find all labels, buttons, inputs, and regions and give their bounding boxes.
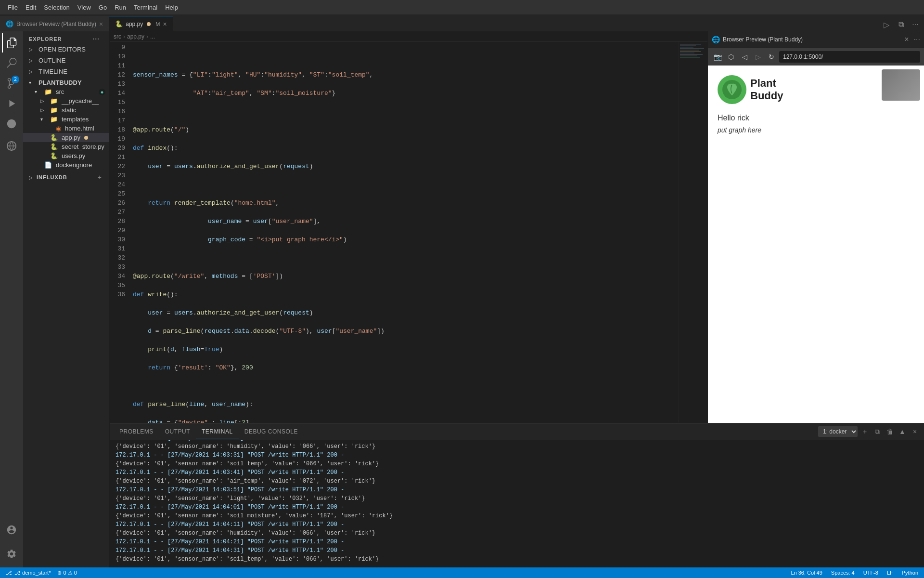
terminal-dropdown[interactable]: 1: docker [818, 426, 858, 437]
encoding-status[interactable]: UTF-8 [861, 570, 880, 576]
section-timeline: ▷ TIMELINE [23, 67, 109, 76]
terminal-line: {'device': '01', 'sensor_name': 'humidit… [116, 442, 918, 451]
influxdb-arrow: ▷ [29, 175, 37, 180]
static-icon: 📁 [50, 106, 58, 114]
spaces-status[interactable]: Spaces: 4 [829, 570, 857, 576]
menu-edit[interactable]: Edit [22, 2, 40, 13]
sidebar-home-html[interactable]: ▷ ◉ home.html [23, 124, 109, 133]
sidebar-templates[interactable]: ▾ 📁 templates [23, 115, 109, 124]
nav-refresh[interactable]: ↻ [766, 51, 777, 63]
sidebar-plantbuddy[interactable]: ▾ PLANTBUDDY [23, 78, 109, 87]
breadcrumb-src[interactable]: src [114, 33, 121, 40]
activity-extensions[interactable] [2, 114, 21, 133]
tab-problems[interactable]: PROBLEMS [114, 425, 159, 438]
errors-status[interactable]: ⊗ 0 ⚠ 0 [55, 570, 78, 576]
open-editors-arrow: ▷ [29, 47, 37, 52]
tab-browser-preview-close[interactable]: × [99, 20, 103, 28]
sidebar-dockerignore[interactable]: ▷ 📄 dockerignore [23, 160, 109, 170]
language-status[interactable]: Python [900, 570, 920, 576]
app-py-icon: 🐍 [115, 20, 123, 27]
menu-run[interactable]: Run [111, 2, 130, 13]
sidebar-src-folder[interactable]: ▾ 📁 src ● [23, 87, 109, 96]
menu-go[interactable]: Go [95, 2, 111, 13]
split-editor-button[interactable]: ⧉ [894, 18, 908, 31]
menu-terminal[interactable]: Terminal [130, 2, 161, 13]
sidebar-timeline[interactable]: ▷ TIMELINE [23, 67, 109, 76]
status-left: ⎇ ⎇ demo_start* ⊗ 0 ⚠ 0 [4, 570, 79, 576]
sidebar-users-py[interactable]: ▷ 🐍 users.py [23, 151, 109, 160]
code-content[interactable]: sensor_names = {"LI":"light", "HU":"humi… [129, 42, 679, 423]
static-arrow: ▷ [40, 107, 48, 113]
sidebar-pycache[interactable]: ▷ 📁 __pycache__ [23, 96, 109, 105]
git-icon: ⎇ [6, 570, 12, 576]
terminal-split-button[interactable]: ⧉ [872, 426, 883, 437]
sidebar-title: EXPLORER ··· [23, 31, 109, 45]
activity-account[interactable] [2, 520, 21, 539]
line-numbers: 9 10 11 12 13 14 15 16 17 18 19 20 21 22 [110, 42, 129, 423]
tab-terminal[interactable]: TERMINAL [196, 425, 239, 438]
browser-panel-more[interactable]: ··· [914, 35, 920, 44]
code-editor[interactable]: 9 10 11 12 13 14 15 16 17 18 19 20 21 22 [110, 42, 707, 423]
tab-app-py-close[interactable]: × [163, 20, 167, 28]
git-branch-status[interactable]: ⎇ ⎇ demo_start* [4, 570, 52, 576]
tab-output[interactable]: OUTPUT [159, 425, 196, 438]
run-button[interactable]: ▷ [880, 18, 893, 31]
tab-browser-preview[interactable]: 🌐 Browser Preview (Plant Buddy) × [0, 16, 109, 31]
docker-file-icon: 📄 [44, 161, 52, 169]
users-file-icon: 🐍 [50, 152, 58, 159]
terminal-close-button[interactable]: × [910, 426, 920, 437]
tab-debug-console[interactable]: DEBUG CONSOLE [239, 425, 304, 438]
browser-panel-close[interactable]: × [904, 35, 909, 44]
plant-buddy-name: Plant Buddy [750, 77, 783, 103]
sidebar-static[interactable]: ▷ 📁 static [23, 105, 109, 115]
encoding-text: UTF-8 [863, 570, 878, 576]
menu-selection[interactable]: Selection [40, 2, 73, 13]
menu-view[interactable]: View [74, 2, 95, 13]
cursor-position-status[interactable]: Ln 36, Col 49 [789, 570, 824, 576]
nav-forward[interactable]: ▷ [752, 51, 764, 63]
activity-run-debug[interactable] [2, 94, 21, 113]
activity-remote[interactable] [2, 136, 21, 156]
menu-file[interactable]: File [4, 2, 22, 13]
browser-nav-bar: 📷 ⬡ ◁ ▷ ↻ 127.0.0.1:5000/ [708, 48, 924, 66]
terminal-add-button[interactable]: + [860, 426, 870, 437]
main-area: 2 EXPLORER ··· ▷ OPEN EDITORS [0, 31, 924, 567]
activity-search[interactable] [2, 53, 21, 73]
sidebar-app-py[interactable]: ▷ 🐍 app.py [23, 133, 109, 142]
sidebar-secret-store[interactable]: ▷ 🐍 secret_store.py [23, 142, 109, 151]
status-bar: ⎇ ⎇ demo_start* ⊗ 0 ⚠ 0 Ln 36, Col 49 Sp… [0, 567, 924, 578]
tab-app-py[interactable]: 🐍 app.py M × [109, 16, 172, 31]
terminal-line: {'device': '01', 'sensor_name': 'humidit… [116, 529, 918, 538]
breadcrumb-file[interactable]: app.py [127, 33, 144, 40]
tab-modified-indicator [147, 22, 151, 26]
more-actions-button[interactable]: ··· [909, 18, 922, 31]
terminal-line: {'device': '01', 'sensor_name': 'soil_te… [116, 555, 918, 564]
tab-app-py-label: app.py [126, 21, 143, 27]
activity-source-control[interactable]: 2 [2, 74, 21, 93]
terminal-maximize-button[interactable]: ▲ [897, 426, 908, 437]
terminal-line: 172.17.0.1 - - [27/May/2021 14:04:21] "P… [116, 538, 918, 546]
bottom-panel: PROBLEMS OUTPUT TERMINAL DEBUG CONSOLE 1… [110, 423, 924, 567]
sidebar-open-editors[interactable]: ▷ OPEN EDITORS [23, 45, 109, 54]
activity-explorer[interactable] [2, 33, 21, 53]
browser-url-text: 127.0.0.1:5000/ [783, 53, 823, 60]
activity-settings[interactable] [2, 544, 21, 564]
sidebar-more-button[interactable]: ··· [92, 35, 103, 43]
plant-logo-circle [718, 75, 746, 104]
sidebar-influxdb[interactable]: ▷ INFLUXDB + [23, 171, 109, 183]
terminal-line: {'device': '01', 'sensor_name': 'soil_te… [116, 460, 918, 468]
nav-screenshot[interactable]: 📷 [712, 51, 723, 63]
terminal-trash-button[interactable]: 🗑 [885, 426, 895, 437]
terminal-line: 172.17.0.1 - - [27/May/2021 14:04:11] "P… [116, 520, 918, 529]
influxdb-add-button[interactable]: + [98, 173, 102, 181]
terminal-content[interactable]: 172.17.0.1 - - [27/May/2021 14:02:41] "P… [110, 440, 924, 567]
breadcrumb-symbol[interactable]: ... [150, 33, 155, 40]
browser-url-bar[interactable]: 127.0.0.1:5000/ [779, 51, 920, 63]
errors-text: ⊗ 0 ⚠ 0 [57, 570, 77, 576]
menu-help[interactable]: Help [161, 2, 182, 13]
nav-open-external[interactable]: ⬡ [725, 51, 737, 63]
nav-back[interactable]: ◁ [739, 51, 750, 63]
line-ending-status[interactable]: LF [885, 570, 895, 576]
sidebar-outline[interactable]: ▷ OUTLINE [23, 56, 109, 65]
git-branch-text: ⎇ demo_start* [14, 570, 51, 576]
